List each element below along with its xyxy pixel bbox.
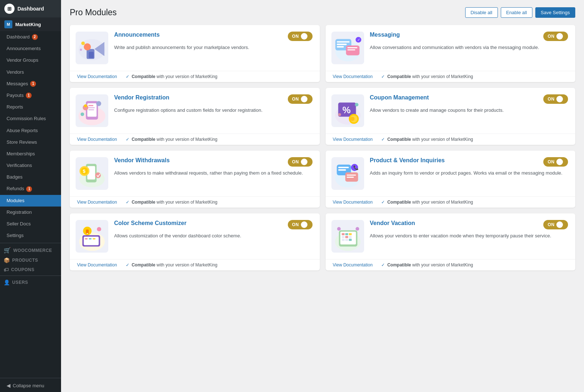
module-card-messaging: ✓ Messaging ON Allow conversations and c… xyxy=(326,25,576,82)
sidebar-woocommerce-header[interactable]: 🛒 WooCommerce xyxy=(0,245,61,255)
module-card-product-vendor-inquiries: 📞 Product & Vendor Inquiries ON Adds an … xyxy=(326,151,576,208)
sidebar-item-announcements[interactable]: Announcements xyxy=(0,43,61,54)
module-footer-vendor-withdrawals: View Documentation ✓ Compatible with you… xyxy=(70,196,320,208)
sidebar-item-messages[interactable]: Messages 1 xyxy=(0,78,61,90)
svg-rect-72 xyxy=(349,239,351,241)
svg-rect-9 xyxy=(337,41,349,42)
view-documentation-link[interactable]: View Documentation xyxy=(77,262,117,268)
module-card-color-scheme: Color Scheme Customizer ON Allows custom… xyxy=(70,213,320,270)
enable-all-button[interactable]: Enable all xyxy=(501,7,532,18)
sidebar-item-abuse-reports[interactable]: Abuse Reports xyxy=(0,125,61,136)
svg-point-60 xyxy=(97,227,101,232)
sidebar-item-seller-docs[interactable]: Seller Docs xyxy=(0,218,61,230)
sidebar-dashboard-header[interactable]: ⊞ Dashboard xyxy=(0,0,61,17)
view-documentation-link[interactable]: View Documentation xyxy=(333,200,373,205)
sidebar-item-modules[interactable]: Modules xyxy=(0,195,61,207)
sidebar-item-badges[interactable]: Badges xyxy=(0,171,61,183)
module-desc: Allows your vendors to enter vacation mo… xyxy=(370,232,568,240)
toggle-circle xyxy=(556,33,563,40)
compatible-text: ✓ Compatible with your version of Market… xyxy=(381,74,473,79)
module-info-messaging: Messaging ON Allow conversations and com… xyxy=(370,32,568,51)
sidebar-item-label: Memberships xyxy=(7,151,35,157)
sidebar-item-label: Refunds xyxy=(7,185,24,192)
module-card-coupon-management: % Coupon Management ON xyxy=(326,88,576,145)
sidebar-item-label: Registration xyxy=(7,209,32,216)
collapse-label: Collapse menu xyxy=(13,383,44,389)
svg-rect-47 xyxy=(347,175,356,176)
toggle-product-vendor-inquiries[interactable]: ON xyxy=(543,157,568,167)
module-footer-product-vendor-inquiries: View Documentation ✓ Compatible with you… xyxy=(326,196,576,208)
sidebar-users-header[interactable]: 👤 Users xyxy=(0,277,61,287)
svg-rect-44 xyxy=(338,167,349,168)
sidebar-item-refunds[interactable]: Refunds 1 xyxy=(0,183,61,195)
svg-text:$: $ xyxy=(83,168,86,174)
toggle-vendor-registration[interactable]: ON xyxy=(288,94,313,104)
svg-rect-59 xyxy=(86,233,88,234)
sidebar-item-settings[interactable]: Settings xyxy=(0,230,61,241)
toggle-messaging[interactable]: ON xyxy=(543,32,568,41)
module-illustration-coupon-management: % xyxy=(331,94,364,127)
view-documentation-link[interactable]: View Documentation xyxy=(333,74,373,79)
save-settings-button[interactable]: Save Settings xyxy=(535,7,575,18)
main-content: Pro Modules Disable all Enable all Save … xyxy=(61,0,584,392)
toggle-label: ON xyxy=(292,222,299,227)
sidebar-item-registration[interactable]: Registration xyxy=(0,207,61,218)
toggle-announcements[interactable]: ON xyxy=(288,32,313,41)
modules-grid: Announcements ON Write and publish annou… xyxy=(70,25,575,270)
sidebar-item-label: Commission Rules xyxy=(7,115,46,122)
sidebar-item-store-reviews[interactable]: Store Reviews xyxy=(0,136,61,148)
sidebar-item-label: Reports xyxy=(7,104,23,110)
svg-rect-65 xyxy=(345,233,348,235)
toggle-vendor-vacation[interactable]: ON xyxy=(543,220,568,229)
svg-rect-45 xyxy=(338,169,346,171)
view-documentation-link[interactable]: View Documentation xyxy=(77,200,117,205)
woocommerce-label: WooCommerce xyxy=(13,248,52,253)
sidebar-marketking-header[interactable]: M MarketKing xyxy=(0,17,61,31)
sidebar-item-label: Vendors xyxy=(7,69,24,75)
module-title: Vendor Withdrawals xyxy=(114,157,170,164)
toggle-coupon-management[interactable]: ON xyxy=(543,94,568,104)
svg-point-5 xyxy=(81,41,85,45)
sidebar-item-commission-rules[interactable]: Commission Rules xyxy=(0,113,61,124)
sidebar-item-label: Store Reviews xyxy=(7,139,37,146)
view-documentation-link[interactable]: View Documentation xyxy=(77,74,117,79)
header-buttons: Disable all Enable all Save Settings xyxy=(465,7,575,18)
toggle-color-scheme[interactable]: ON xyxy=(288,220,313,229)
compatible-text: ✓ Compatible with your version of Market… xyxy=(126,74,217,79)
view-documentation-link[interactable]: View Documentation xyxy=(333,262,373,268)
module-card-vendor-withdrawals: $ Vendor Withdrawals ON Allows vendors t… xyxy=(70,151,320,208)
sidebar-item-verifications[interactable]: Verifications xyxy=(0,160,61,171)
sidebar-item-vendors[interactable]: Vendors xyxy=(0,66,61,78)
toggle-vendor-withdrawals[interactable]: ON xyxy=(288,157,313,167)
view-documentation-link[interactable]: View Documentation xyxy=(333,137,373,142)
module-info-color-scheme: Color Scheme Customizer ON Allows custom… xyxy=(114,220,313,240)
module-illustration-vendor-withdrawals: $ xyxy=(76,157,108,190)
sidebar-item-payouts[interactable]: Payouts 1 xyxy=(0,90,61,101)
sidebar-item-label: Seller Docs xyxy=(7,221,31,227)
module-title: Messaging xyxy=(370,32,400,38)
compatible-text: ✓ Compatible with your version of Market… xyxy=(126,137,217,142)
sidebar-item-label: Badges xyxy=(7,174,23,180)
sidebar-item-label: Dashboard xyxy=(7,34,30,40)
toggle-label: ON xyxy=(548,222,555,227)
sidebar-item-vendor-groups[interactable]: Vendor Groups xyxy=(0,54,61,66)
toggle-label: ON xyxy=(292,159,299,164)
sidebar-item-reports[interactable]: Reports xyxy=(0,101,61,113)
disable-all-button[interactable]: Disable all xyxy=(465,7,498,18)
sidebar-item-dashboard[interactable]: Dashboard 2 xyxy=(0,31,61,43)
svg-point-34 xyxy=(355,103,358,106)
sidebar-coupons-header[interactable]: 🏷 Coupons xyxy=(0,265,61,274)
collapse-menu-item[interactable]: ◀ Collapse menu xyxy=(0,380,61,392)
view-documentation-link[interactable]: View Documentation xyxy=(77,137,117,142)
module-title: Vendor Registration xyxy=(114,94,169,101)
sidebar-item-memberships[interactable]: Memberships xyxy=(0,148,61,160)
svg-rect-64 xyxy=(342,233,345,235)
module-desc: Adds an inquiry form to vendor or produc… xyxy=(370,170,568,177)
compatible-text: ✓ Compatible with your version of Market… xyxy=(126,200,217,205)
toggle-label: ON xyxy=(292,34,299,39)
svg-rect-53 xyxy=(84,237,99,245)
sidebar-products-header[interactable]: 📦 Products xyxy=(0,255,61,265)
coupons-label: Coupons xyxy=(11,267,35,272)
svg-text:📞: 📞 xyxy=(353,165,358,170)
svg-point-3 xyxy=(84,43,91,50)
